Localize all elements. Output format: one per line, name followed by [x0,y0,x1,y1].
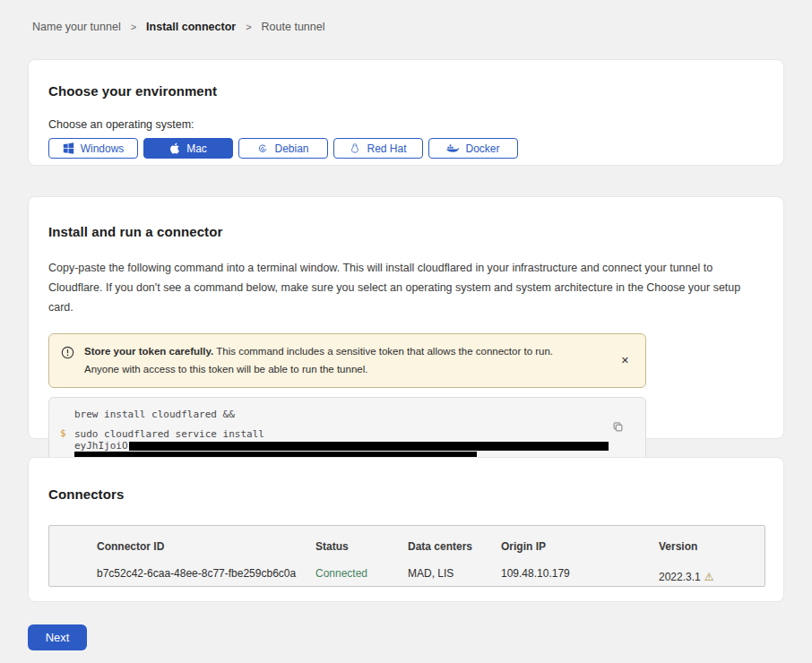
version-value: 2022.3.1 ⚠ [659,567,764,586]
windows-logo-icon [63,142,74,154]
token-warning-bold: Store your token carefully. [84,346,213,357]
apple-logo-icon [169,142,180,154]
info-circle-icon [61,346,74,363]
column-header-version: Version [659,540,764,559]
column-header-status: Status [315,540,408,559]
shell-prompt: $ [60,428,66,438]
next-button[interactable]: Next [28,624,87,650]
token-warning-text: Store your token carefully. This command… [84,342,586,379]
os-button-windows[interactable]: Windows [48,138,138,159]
os-select-label: Choose an operating system: [48,118,764,131]
os-button-debian[interactable]: Debian [238,138,328,159]
data-centers-value: MAD, LIS [408,567,501,586]
breadcrumb-step-name-your-tunnel[interactable]: Name your tunnel [32,21,121,33]
os-button-mac[interactable]: Mac [143,138,233,159]
close-icon[interactable]: ✕ [616,351,635,370]
os-button-label: Windows [81,142,125,155]
column-header-connector-id: Connector ID [97,540,315,559]
token-line: eyJhIjoiO [74,441,645,451]
install-command-block: brew install cloudflared && $ sudo cloud… [48,397,646,462]
breadcrumb-step-install-connector[interactable]: Install connector [146,21,236,33]
command-line-sudo: sudo cloudflared service install [74,429,645,439]
breadcrumb-step-route-tunnel[interactable]: Route tunnel [262,21,325,33]
breadcrumb: Name your tunnel > Install connector > R… [32,21,324,33]
environment-card: Choose your environment Choose an operat… [28,59,784,166]
os-button-label: Debian [274,142,308,155]
breadcrumb-separator: > [246,22,251,32]
column-header-origin-ip: Origin IP [501,540,659,559]
linux-penguin-icon [350,142,360,154]
install-card-title: Install and run a connector [48,224,764,239]
os-button-label: Red Hat [367,142,406,155]
connector-id-value: b7c52c42-6caa-48ee-8c77-fbe259cb6c0a [97,567,315,586]
command-line-brew: brew install cloudflared && [74,409,645,419]
connectors-table: Connector ID Status Data centers Origin … [48,525,765,587]
breadcrumb-separator: > [131,22,136,32]
debian-swirl-icon [257,143,268,154]
environment-card-title: Choose your environment [48,83,764,99]
connectors-card-title: Connectors [48,486,764,502]
copy-icon[interactable] [612,421,624,435]
install-instructions: Copy-paste the following command into a … [48,259,762,318]
column-header-data-centers: Data centers [408,540,501,559]
docker-whale-icon [446,143,459,153]
connectors-card: Connectors Connector ID Status Data cent… [28,457,784,602]
install-connector-card: Install and run a connector Copy-paste t… [28,196,784,439]
warning-triangle-icon: ⚠ [704,572,714,582]
token-prefix: eyJhIjoiO [74,441,128,451]
status-badge: Connected [315,567,408,586]
redacted-token-bar [129,442,609,451]
os-button-label: Mac [186,142,207,155]
os-button-label: Docker [465,142,499,155]
origin-ip-value: 109.48.10.179 [501,567,659,586]
os-button-redhat[interactable]: Red Hat [333,138,423,159]
os-button-group: Windows Mac Debian [48,138,764,159]
token-warning-banner: Store your token carefully. This command… [48,333,646,388]
os-button-docker[interactable]: Docker [428,138,518,159]
